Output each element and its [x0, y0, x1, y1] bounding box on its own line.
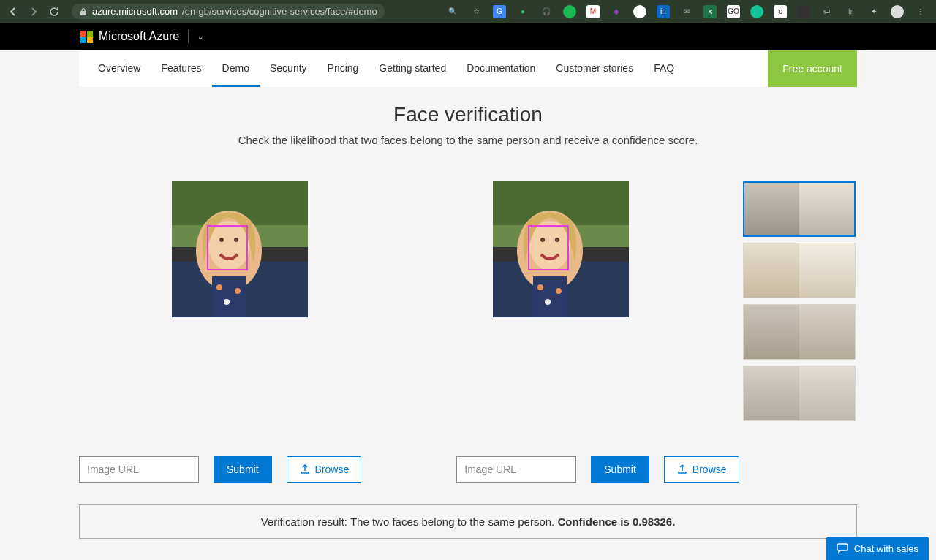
tab-customer-stories[interactable]: Customer stories — [546, 50, 644, 87]
tab-pricing[interactable]: Pricing — [317, 50, 369, 87]
thumb-1[interactable] — [743, 181, 856, 237]
main-content: Face verification Check the likelihood t… — [0, 87, 936, 539]
extensions-icon[interactable]: ✦ — [867, 5, 880, 18]
star-icon[interactable]: ☆ — [469, 5, 483, 18]
ext-c-icon[interactable]: c — [774, 5, 787, 18]
gmail-icon[interactable]: M — [586, 5, 600, 18]
url-domain: azure.microsoft.com — [92, 6, 178, 17]
url-path: /en-gb/services/cognitive-services/face/… — [182, 6, 377, 17]
browse-label-left: Browse — [315, 463, 350, 475]
ext-circle-icon[interactable] — [633, 5, 646, 18]
microsoft-logo-icon — [80, 31, 93, 43]
right-controls: Submit Browse — [456, 456, 739, 483]
image-url-input-right[interactable] — [456, 456, 576, 483]
thumb-3[interactable] — [743, 304, 856, 360]
svg-rect-9 — [212, 276, 246, 317]
chevron-down-icon[interactable]: ⌄ — [197, 33, 203, 41]
submit-button-left[interactable]: Submit — [214, 456, 272, 483]
demo-area — [0, 181, 936, 421]
menu-icon[interactable]: ⋮ — [914, 5, 927, 18]
address-bar[interactable]: azure.microsoft.com/en-gb/services/cogni… — [72, 4, 385, 19]
back-icon[interactable] — [4, 3, 22, 20]
tr-icon[interactable]: tr — [844, 5, 857, 18]
chat-label: Chat with sales — [854, 543, 918, 554]
ext-dark-icon[interactable] — [797, 5, 810, 18]
image-right — [493, 181, 629, 317]
left-controls: Submit Browse — [79, 456, 361, 483]
svg-point-23 — [556, 288, 562, 294]
face-bounding-box-left — [207, 225, 248, 270]
svg-point-10 — [216, 284, 222, 290]
tab-documentation[interactable]: Documentation — [456, 50, 546, 87]
result-confidence: Confidence is 0.98326. — [557, 515, 675, 528]
result-box: Verification result: The two faces belon… — [79, 504, 857, 539]
svg-point-11 — [235, 288, 241, 294]
svg-point-12 — [224, 299, 230, 305]
excel-icon[interactable]: x — [703, 5, 717, 18]
submit-button-right[interactable]: Submit — [591, 456, 649, 483]
page-title: Face verification — [0, 103, 936, 126]
translate-icon[interactable]: G — [493, 5, 506, 18]
divider — [188, 30, 189, 43]
svg-point-22 — [537, 284, 543, 290]
azure-header: Microsoft Azure ⌄ — [0, 23, 936, 50]
tab-security[interactable]: Security — [260, 50, 317, 87]
page-subtitle: Check the likelihood that two faces belo… — [0, 134, 936, 146]
free-account-button[interactable]: Free account — [768, 50, 857, 87]
image-right-col — [400, 181, 721, 317]
grammarly-icon[interactable] — [750, 5, 763, 18]
browse-label-right: Browse — [692, 463, 727, 475]
image-left-col — [79, 181, 400, 317]
lock-icon — [79, 7, 88, 16]
headphones-icon[interactable]: 🎧 — [540, 5, 553, 18]
browse-button-right[interactable]: Browse — [664, 456, 739, 483]
evernote-icon[interactable]: ● — [516, 5, 529, 18]
brand-title[interactable]: Microsoft Azure — [99, 30, 179, 43]
go-icon[interactable]: GO — [727, 5, 740, 18]
svg-rect-0 — [80, 11, 86, 15]
upload-icon — [676, 463, 688, 475]
linkedin-icon[interactable]: in — [657, 5, 670, 18]
tab-demo[interactable]: Demo — [212, 50, 260, 87]
result-text: Verification result: The two faces belon… — [261, 515, 558, 528]
browser-chrome: azure.microsoft.com/en-gb/services/cogni… — [0, 0, 936, 23]
nav-container: Overview Features Demo Security Pricing … — [79, 50, 857, 87]
image-left — [172, 181, 308, 317]
tab-faq[interactable]: FAQ — [644, 50, 684, 87]
face-bounding-box-right — [528, 225, 569, 270]
image-url-input-left[interactable] — [79, 456, 199, 483]
browse-button-left[interactable]: Browse — [287, 456, 362, 483]
search-icon[interactable]: 🔍 — [446, 5, 459, 18]
thumb-4[interactable] — [743, 366, 856, 421]
chat-icon — [837, 542, 848, 554]
spotify-icon[interactable] — [563, 5, 576, 18]
avatar-icon[interactable] — [891, 5, 904, 18]
thumb-2[interactable] — [743, 243, 856, 298]
mail-icon[interactable]: ✉ — [680, 5, 693, 18]
sample-thumbnails — [743, 181, 857, 421]
controls-row: Submit Browse Submit Browse — [0, 456, 936, 483]
tab-getting-started[interactable]: Getting started — [369, 50, 456, 87]
svg-rect-25 — [837, 544, 848, 550]
forward-icon[interactable] — [25, 3, 42, 20]
nav-tabs: Overview Features Demo Security Pricing … — [79, 50, 693, 87]
chat-with-sales-button[interactable]: Chat with sales — [826, 537, 929, 560]
tab-features[interactable]: Features — [151, 50, 211, 87]
ext-purple-icon[interactable]: ◆ — [610, 5, 623, 18]
svg-rect-21 — [533, 276, 567, 317]
upload-icon — [299, 463, 311, 475]
svg-point-24 — [545, 299, 551, 305]
reload-icon[interactable] — [45, 3, 63, 20]
tab-overview[interactable]: Overview — [88, 50, 151, 87]
extension-icons: 🔍 ☆ G ● 🎧 M ◆ in ✉ x GO c 🏷 tr ✦ ⋮ — [446, 5, 927, 18]
tag-icon[interactable]: 🏷 — [820, 5, 834, 18]
